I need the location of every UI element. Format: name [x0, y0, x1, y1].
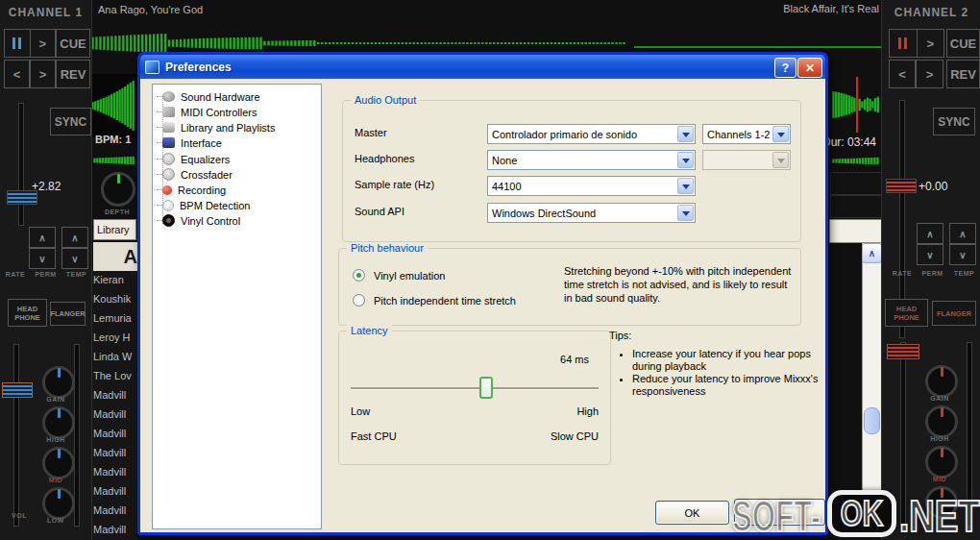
tree-item-library-playlists[interactable]: Library and Playlists	[162, 120, 275, 135]
list-item[interactable]: Madvill	[93, 445, 137, 460]
gain-knob-ch1[interactable]	[42, 366, 75, 399]
seek-fwd-button-ch2[interactable]: >	[916, 60, 943, 88]
list-item[interactable]: Madvill	[93, 406, 137, 422]
play-icon[interactable]: >	[917, 30, 944, 57]
latency-group: Latency 64 ms Low High Fast CPU Slow CPU	[338, 331, 611, 465]
seek-fwd-button-ch1[interactable]: >	[30, 60, 56, 88]
list-item[interactable]: Kieran	[93, 272, 137, 287]
tree-item-sound-hardware[interactable]: Sound Hardware	[162, 89, 260, 104]
scrollbar-thumb[interactable]	[864, 407, 880, 434]
temp-up-button-ch1[interactable]: ∧	[61, 227, 88, 248]
list-item[interactable]: Madvill	[93, 387, 137, 403]
tree-item-interface[interactable]: Interface	[162, 135, 222, 150]
gain-knob-ch2[interactable]	[925, 365, 958, 398]
chevron-down-icon[interactable]	[772, 126, 789, 142]
dialog-titlebar[interactable]: Preferences	[140, 55, 825, 79]
list-item[interactable]: Linda W	[93, 349, 137, 364]
sound-api-select[interactable]: Windows DirectSound	[487, 203, 696, 223]
chevron-down-icon[interactable]	[677, 178, 694, 194]
mid-knob-ch1[interactable]	[42, 447, 75, 479]
temp-up-button-ch2[interactable]: ∧	[949, 223, 976, 244]
chevron-down-icon[interactable]	[677, 152, 694, 168]
sync-button-ch2[interactable]: SYNC	[933, 108, 975, 135]
pitch-value-ch1: +2.82	[32, 180, 87, 193]
library-tab[interactable]: Library	[93, 219, 136, 240]
volume-fader-track-ch1[interactable]	[13, 344, 19, 527]
tree-item-crossfader[interactable]: Crossfader	[162, 167, 233, 182]
deck1-zoom-waveform	[91, 76, 137, 135]
library-header[interactable]: A	[93, 242, 137, 271]
speaker-icon	[162, 91, 175, 102]
high-knob-ch1[interactable]	[42, 406, 75, 439]
high-knob-ch2[interactable]	[925, 405, 958, 438]
headphone-button-ch2[interactable]: HEAD PHONE	[885, 299, 928, 327]
tree-item-equalizers[interactable]: Equalizers	[162, 152, 230, 166]
sync-button-ch1[interactable]: SYNC	[50, 108, 91, 135]
perm-up-button-ch2[interactable]: ∧	[917, 223, 943, 244]
headphone-button-ch1[interactable]: HEAD PHONE	[8, 299, 47, 327]
audio-output-group: Audio Output Master Controlador primario…	[342, 100, 801, 242]
list-item[interactable]: Koushik	[93, 291, 137, 307]
volume-fader-handle-ch2[interactable]	[887, 344, 919, 359]
watermark-text-suffix: .NET	[899, 494, 980, 538]
headphones-device-select[interactable]: None	[487, 150, 696, 170]
library-icon	[162, 122, 175, 133]
temp-down-button-ch2[interactable]: ∨	[949, 244, 976, 265]
sample-rate-select[interactable]: 44100	[487, 176, 696, 196]
playpause-group-ch1[interactable]: >	[4, 29, 56, 58]
latency-slow-cpu-label: Slow CPU	[493, 430, 599, 442]
close-button[interactable]: ✕	[797, 58, 822, 78]
rate-fader-handle-ch2[interactable]	[886, 179, 917, 193]
master-device-select[interactable]: Controlador primario de sonido	[487, 124, 696, 144]
time-stretch-radio[interactable]	[353, 294, 365, 307]
pause-icon[interactable]	[5, 30, 30, 57]
perm-down-button-ch2[interactable]: ∨	[917, 244, 943, 265]
rev-button-ch1[interactable]: REV	[56, 60, 90, 88]
temp-down-button-ch1[interactable]: ∨	[61, 248, 88, 269]
flanger-button-ch2[interactable]: FLANGER	[932, 301, 976, 326]
volume-fader-handle-ch1[interactable]	[2, 382, 33, 398]
low-label-ch1: LOW	[37, 517, 75, 524]
deck2-track-title: Black Affair, It's Real	[634, 3, 879, 14]
monitor-icon	[162, 137, 175, 148]
gain-label-ch1: GAIN	[37, 396, 75, 403]
ok-button[interactable]: OK	[655, 501, 729, 525]
cue-button-ch2[interactable]: CUE	[946, 29, 980, 58]
depth-knob[interactable]	[101, 172, 135, 207]
tree-item-recording[interactable]: Recording	[162, 183, 226, 197]
list-item[interactable]: The Lov	[93, 368, 137, 383]
help-button[interactable]: ?	[774, 58, 796, 78]
chevron-down-icon[interactable]	[677, 205, 694, 221]
tree-item-midi-controllers[interactable]: MIDI Controllers	[162, 105, 257, 119]
list-item[interactable]: Madvill	[93, 522, 137, 537]
master-channels-select[interactable]: Channels 1-2	[702, 124, 791, 144]
list-item[interactable]: Leroy H	[93, 330, 137, 345]
latency-slider-track[interactable]	[351, 387, 599, 389]
mid-knob-ch2[interactable]	[925, 446, 958, 479]
list-item[interactable]: Madvill	[93, 483, 137, 499]
chevron-down-icon[interactable]	[677, 126, 694, 142]
rate-fader-track-ch1[interactable]	[18, 103, 24, 226]
perm-up-button-ch1[interactable]: ∧	[29, 227, 56, 248]
list-item[interactable]: Madvill	[93, 426, 137, 441]
list-item[interactable]: Madvill	[93, 464, 137, 479]
play-icon[interactable]: >	[30, 30, 56, 57]
vinyl-emulation-label: Vinyl emulation	[374, 270, 445, 282]
low-knob-ch1[interactable]	[42, 487, 75, 520]
perm-down-button-ch1[interactable]: ∨	[29, 248, 56, 269]
vinyl-emulation-radio[interactable]	[353, 269, 365, 282]
seek-back-button-ch1[interactable]: <	[4, 60, 30, 88]
pause-icon[interactable]	[890, 30, 917, 57]
flanger-button-ch1[interactable]: FLANGER	[50, 302, 86, 326]
tree-item-vinyl-control[interactable]: Vinyl Control	[162, 213, 240, 228]
latency-title: Latency	[347, 325, 392, 336]
playpause-group-ch2[interactable]: >	[889, 29, 944, 58]
rev-button-ch2[interactable]: REV	[946, 60, 980, 88]
seek-back-button-ch2[interactable]: <	[889, 60, 916, 88]
list-item[interactable]: Lemuria	[93, 310, 137, 326]
tree-item-bpm-detection[interactable]: BPM Detection	[162, 198, 250, 212]
scroll-up-button[interactable]: ∧	[862, 243, 882, 263]
list-item[interactable]: Madvill	[93, 503, 137, 518]
latency-slider-handle[interactable]	[479, 377, 493, 399]
cue-button-ch1[interactable]: CUE	[56, 29, 90, 58]
